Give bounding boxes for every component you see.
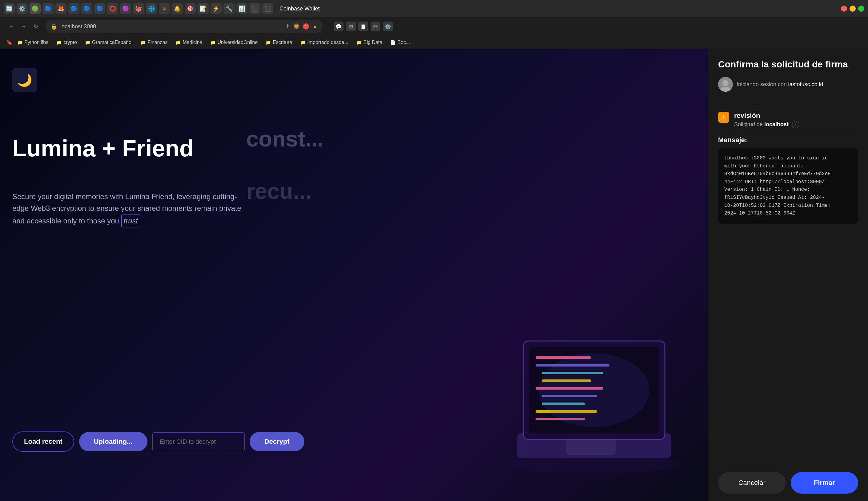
tab-icon-10[interactable]: 🟣	[120, 3, 131, 14]
tab-icon-14[interactable]: 🔔	[172, 3, 183, 14]
back-button[interactable]: ←	[6, 22, 16, 31]
address-bar[interactable]: 🔒 localhost:3000 ⬆ 🦁 1 ▲	[45, 20, 322, 33]
tab-icon-20[interactable]: ⬛	[249, 3, 261, 14]
decrypt-button[interactable]: Decrypt	[250, 432, 304, 451]
tab-icon-9[interactable]: ⭕	[107, 3, 118, 14]
bookmark-label: Importado desde...	[307, 40, 348, 45]
bookmark-escritura[interactable]: 📁 Escritura	[263, 39, 295, 46]
bookmark-icon: 🔖	[6, 39, 12, 45]
tab-icon-15[interactable]: 🎯	[185, 3, 196, 14]
moon-icon: 🌙	[17, 73, 32, 87]
tab-icon-1[interactable]: 🔄	[4, 3, 15, 14]
tab-icon-16[interactable]: 📝	[198, 3, 209, 14]
tab-icon-3[interactable]: 🟢	[30, 3, 41, 14]
tab-icon-4[interactable]: 🔵	[42, 3, 54, 14]
tab-icon-12[interactable]: 🌐	[146, 3, 157, 14]
wallet-warning-section: ⚠ revisión Solicitud de localhost ℹ	[708, 104, 868, 136]
subtitle-prefix: Solicitud de	[734, 121, 763, 127]
folder-icon: 📁	[357, 40, 362, 45]
bookmark-label: GramáticaEspañol	[92, 40, 133, 45]
tab-icon-5[interactable]: 🦊	[55, 3, 66, 14]
uploading-button[interactable]: Uploading...	[79, 432, 147, 451]
bookmark-label: Python libs	[24, 40, 48, 45]
doc-icon: 📄	[390, 40, 395, 45]
svg-point-15	[539, 353, 649, 427]
ext-icon-1[interactable]: 💬	[334, 22, 343, 31]
browser-chrome: 🔄 ⚙️ 🟢 🔵 🦊 🔵 🔵 🔵 ⭕ 🟣 🐙 🌐 🔺 🔔 🎯 📝 ⚡ 🔧 📊 ⬛…	[0, 0, 868, 49]
bookmark-bigdata[interactable]: 📁 Big Data	[353, 39, 385, 46]
wallet-panel-title: Confirma la solicitud de firma	[718, 59, 858, 70]
ext-icon-2[interactable]: ⊞	[346, 22, 356, 31]
bookmark-python[interactable]: 📁 Python libs	[14, 39, 51, 46]
bookmark-finanzas[interactable]: 📁 Finanzas	[137, 39, 170, 46]
folder-icon: 📁	[300, 40, 305, 45]
ext-icon-4[interactable]: 🎮	[371, 22, 380, 31]
ext-icon-5[interactable]: ⚙️	[383, 22, 393, 31]
tab-icon-6[interactable]: 🔵	[68, 3, 80, 14]
warning-text: revisión Solicitud de localhost ℹ	[734, 112, 858, 128]
app-logo: 🌙	[12, 68, 37, 92]
firmar-button[interactable]: Firmar	[791, 472, 858, 494]
brave-icon: 🦁	[293, 23, 300, 30]
tab-icon-19[interactable]: 📊	[236, 3, 247, 14]
bookmark-label: Boc...	[398, 40, 410, 45]
bookmark-label: Big Data	[363, 40, 382, 45]
bookmark-label: Medicina	[182, 40, 202, 45]
wallet-actions: Cancelar Firmar	[708, 465, 868, 501]
refresh-button[interactable]: ↻	[31, 22, 41, 31]
cid-decrypt-input[interactable]	[152, 433, 245, 451]
hero-buttons: Load recent Uploading... Decrypt	[12, 431, 304, 452]
bookmark-label: Finanzas	[147, 40, 168, 45]
tab-icon-13[interactable]: 🔺	[159, 3, 170, 14]
tab-icon-2[interactable]: ⚙️	[17, 3, 28, 14]
mensaje-section: Mensaje: localhost:3000 wants you to sig…	[708, 136, 868, 230]
folder-icon: 📁	[266, 40, 271, 45]
warning-triangle-icon: ⚠	[718, 112, 729, 123]
load-recent-button[interactable]: Load recent	[12, 431, 74, 452]
address-bar-row: ← → ↻ 🔒 localhost:3000 ⬆ 🦁 1 ▲ 💬 ⊞ 📋 🎮 ⚙…	[0, 17, 868, 36]
bookmark-universidad[interactable]: 📁 UniversidadOnline	[207, 39, 261, 46]
tab-icon-21[interactable]: ⬛	[262, 3, 273, 14]
tab-icon-7[interactable]: 🔵	[81, 3, 92, 14]
bookmarks-bar: 🔖 📁 Python libs 📁 crypto 📁 GramáticaEspa…	[0, 36, 868, 49]
svg-rect-2	[567, 439, 616, 455]
tab-icon-18[interactable]: 🔧	[223, 3, 234, 14]
close-button[interactable]	[841, 6, 847, 12]
forward-button[interactable]: →	[19, 22, 28, 31]
maximize-button[interactable]	[858, 6, 864, 12]
triangle-icon[interactable]: ▲	[312, 23, 318, 30]
tab-icon-11[interactable]: 🐙	[133, 3, 144, 14]
svg-point-17	[722, 80, 729, 86]
ext-icon-3[interactable]: 📋	[358, 22, 368, 31]
mensaje-label: Mensaje:	[718, 136, 858, 144]
main-content: 🌙 const... recu... Lumina + Friend Secur…	[0, 49, 868, 501]
badge-icon: 1	[303, 23, 309, 30]
tab-icon-8[interactable]: 🔵	[94, 3, 105, 14]
minimize-button[interactable]	[849, 6, 856, 12]
wallet-panel: Confirma la solicitud de firma Iniciando…	[708, 49, 868, 501]
bookmark-label: crypto	[63, 40, 77, 45]
bookmark-gramatica[interactable]: 📁 GramáticaEspañol	[82, 39, 136, 46]
tab-icon-17[interactable]: ⚡	[211, 3, 222, 14]
code-background-1: const...	[246, 126, 324, 151]
laptop-illustration	[499, 316, 689, 476]
tab-bar: 🔄 ⚙️ 🟢 🔵 🦊 🔵 🔵 🔵 ⭕ 🟣 🐙 🌐 🔺 🔔 🎯 📝 ⚡ 🔧 📊 ⬛…	[0, 0, 868, 17]
coinbase-wallet-tab-title: Coinbase Wallet	[279, 6, 319, 12]
account-avatar	[718, 77, 733, 92]
lock-icon: 🔒	[51, 23, 57, 30]
bookmark-crypto[interactable]: 📁 crypto	[53, 39, 80, 46]
window-controls	[841, 6, 864, 12]
bookmark-boc[interactable]: 📄 Boc...	[387, 39, 413, 46]
info-icon[interactable]: ℹ	[792, 121, 800, 128]
hero-title: Lumina + Friend	[12, 136, 194, 161]
folder-icon: 📁	[140, 40, 146, 45]
nav-icons: ← → ↻	[6, 22, 41, 31]
folder-icon: 📁	[210, 40, 215, 45]
account-id: lastofusc.cb.id	[788, 81, 823, 87]
cancelar-button[interactable]: Cancelar	[718, 472, 786, 494]
warning-subtitle: Solicitud de localhost ℹ	[734, 121, 858, 128]
bookmark-importado[interactable]: 📁 Importado desde...	[297, 39, 351, 46]
localhost-link[interactable]: localhost	[764, 121, 788, 127]
bookmark-medicina[interactable]: 📁 Medicina	[172, 39, 205, 46]
share-icon[interactable]: ⬆	[285, 23, 290, 30]
